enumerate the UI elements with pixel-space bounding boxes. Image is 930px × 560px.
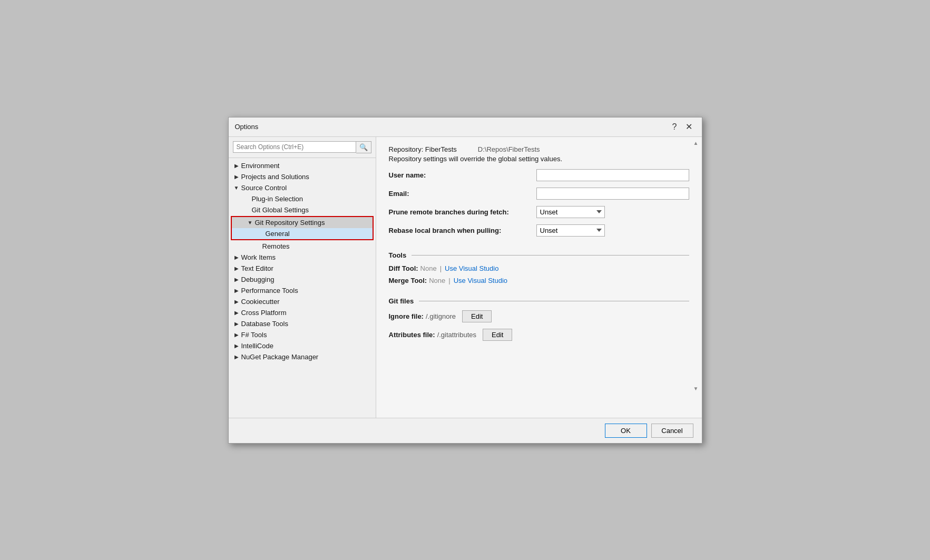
- sidebar-item-source-control[interactable]: ▼ Source Control: [229, 182, 376, 193]
- tools-section-header: Tools: [389, 251, 689, 259]
- scroll-down-arrow[interactable]: ▼: [693, 386, 699, 391]
- merge-link[interactable]: Use Visual Studio: [454, 277, 507, 284]
- sidebar-item-label: Source Control: [241, 184, 287, 192]
- sidebar-item-performance-tools[interactable]: ▶ Performance Tools: [229, 285, 376, 296]
- sidebar-item-label: Performance Tools: [241, 287, 298, 294]
- sidebar-item-cookiecutter[interactable]: ▶ Cookiecutter: [229, 296, 376, 307]
- sidebar-item-label: F# Tools: [241, 331, 267, 339]
- sidebar-item-label: Projects and Solutions: [241, 173, 309, 181]
- sidebar-item-intellicode[interactable]: ▶ IntelliCode: [229, 340, 376, 351]
- repo-header: Repository: FiberTests D:\Repos\FiberTes…: [389, 145, 689, 163]
- tools-section-title: Tools: [389, 251, 407, 259]
- ok-button[interactable]: OK: [605, 424, 647, 438]
- sidebar-item-label: Plug-in Selection: [252, 195, 304, 203]
- username-label: User name:: [389, 171, 536, 179]
- email-label: Email:: [389, 190, 536, 198]
- options-dialog: Options ? ✕ 🔍 ▶ Environment ▶ Proj: [228, 117, 702, 444]
- rebase-label: Rebase local branch when pulling:: [389, 227, 536, 234]
- arrow-icon: ▼: [233, 185, 240, 191]
- arrow-icon: ▶: [233, 163, 240, 169]
- sidebar-item-label: NuGet Package Manager: [241, 353, 319, 361]
- sidebar-item-git-repo-settings[interactable]: ▼ Git Repository Settings: [232, 217, 373, 228]
- sidebar-item-fsharp-tools[interactable]: ▶ F# Tools: [229, 329, 376, 340]
- sidebar-item-plugin-selection[interactable]: Plug-in Selection: [229, 193, 376, 204]
- arrow-icon: ▶: [233, 288, 240, 293]
- sidebar-item-cross-platform[interactable]: ▶ Cross Platform: [229, 307, 376, 318]
- sidebar-item-work-items[interactable]: ▶ Work Items: [229, 252, 376, 263]
- merge-separator: |: [448, 277, 450, 284]
- attributes-label: Attributes file:: [389, 331, 435, 339]
- sidebar-item-database-tools[interactable]: ▶ Database Tools: [229, 318, 376, 329]
- help-button[interactable]: ?: [669, 122, 680, 132]
- section-divider: [412, 255, 689, 256]
- ignore-value: /.gitignore: [426, 312, 456, 320]
- prune-label: Prune remote branches during fetch:: [389, 208, 536, 216]
- attributes-edit-button[interactable]: Edit: [483, 329, 512, 341]
- sidebar-item-remotes[interactable]: Remotes: [229, 241, 376, 252]
- merge-tool-row: Merge Tool: None | Use Visual Studio: [389, 277, 689, 284]
- diff-separator: |: [440, 264, 442, 272]
- sidebar-item-projects-solutions[interactable]: ▶ Projects and Solutions: [229, 171, 376, 182]
- diff-value: None: [420, 264, 437, 272]
- section-divider: [419, 301, 689, 301]
- username-input[interactable]: [536, 169, 689, 181]
- diff-link[interactable]: Use Visual Studio: [445, 264, 498, 272]
- sidebar-item-label: Remotes: [262, 242, 290, 250]
- dialog-body: 🔍 ▶ Environment ▶ Projects and Solutions…: [229, 137, 702, 418]
- bottom-bar: OK Cancel: [229, 418, 702, 443]
- rebase-row: Rebase local branch when pulling: Unset …: [389, 224, 689, 237]
- sidebar-item-label: Database Tools: [241, 320, 288, 328]
- arrow-icon: ▶: [233, 310, 240, 316]
- arrow-icon: ▼: [247, 220, 254, 225]
- attributes-file-row: Attributes file: /.gitattributes Edit: [389, 329, 689, 341]
- search-input[interactable]: [233, 141, 356, 153]
- cancel-button[interactable]: Cancel: [651, 424, 693, 438]
- sidebar-item-debugging[interactable]: ▶ Debugging: [229, 274, 376, 285]
- repo-subtitle: Repository settings will override the gl…: [389, 155, 689, 163]
- arrow-icon: ▶: [233, 254, 240, 260]
- sidebar-item-environment[interactable]: ▶ Environment: [229, 160, 376, 171]
- sidebar-item-label: Git Repository Settings: [255, 219, 325, 227]
- left-panel: 🔍 ▶ Environment ▶ Projects and Solutions…: [229, 137, 376, 418]
- git-files-section-header: Git files: [389, 297, 689, 305]
- ignore-label: Ignore file:: [389, 312, 424, 320]
- git-files-section-title: Git files: [389, 297, 414, 305]
- merge-value: None: [429, 277, 445, 284]
- close-button[interactable]: ✕: [682, 122, 696, 132]
- sidebar-item-label: Cross Platform: [241, 309, 287, 317]
- sidebar-item-general[interactable]: General: [232, 228, 373, 239]
- repo-label: Repository: FiberTests: [389, 145, 457, 153]
- sidebar-item-text-editor[interactable]: ▶ Text Editor: [229, 263, 376, 274]
- prune-row: Prune remote branches during fetch: Unse…: [389, 206, 689, 218]
- sidebar-item-label: General: [266, 230, 290, 238]
- arrow-icon: ▶: [233, 299, 240, 304]
- merge-label: Merge Tool:: [389, 277, 427, 284]
- sidebar-item-label: IntelliCode: [241, 342, 273, 350]
- arrow-icon: ▶: [233, 354, 240, 360]
- dialog-title: Options: [235, 123, 259, 131]
- sidebar-item-label: Work Items: [241, 253, 276, 261]
- username-row: User name:: [389, 169, 689, 181]
- arrow-icon: ▶: [233, 343, 240, 349]
- arrow-icon: ▶: [233, 321, 240, 327]
- scroll-up-arrow[interactable]: ▲: [693, 140, 699, 146]
- title-controls: ? ✕: [669, 122, 696, 132]
- search-bar: 🔍: [229, 137, 376, 158]
- arrow-icon: ▶: [233, 332, 240, 338]
- repo-path: D:\Repos\FiberTests: [478, 145, 540, 153]
- tree-container: ▶ Environment ▶ Projects and Solutions ▼…: [229, 158, 376, 418]
- right-panel: ▲ Repository: FiberTests D:\Repos\FiberT…: [376, 137, 702, 418]
- sidebar-item-label: Environment: [241, 162, 280, 170]
- sidebar-item-nuget[interactable]: ▶ NuGet Package Manager: [229, 351, 376, 362]
- ignore-edit-button[interactable]: Edit: [462, 310, 492, 322]
- email-input[interactable]: [536, 188, 689, 200]
- title-bar: Options ? ✕: [229, 117, 702, 137]
- search-button[interactable]: 🔍: [356, 141, 371, 153]
- arrow-icon: ▶: [233, 277, 240, 282]
- prune-select[interactable]: Unset True False: [536, 206, 605, 218]
- sidebar-item-git-global-settings[interactable]: Git Global Settings: [229, 204, 376, 215]
- email-row: Email:: [389, 188, 689, 200]
- rebase-select[interactable]: Unset True False: [536, 224, 605, 237]
- ignore-file-row: Ignore file: /.gitignore Edit: [389, 310, 689, 322]
- diff-label: Diff Tool:: [389, 264, 418, 272]
